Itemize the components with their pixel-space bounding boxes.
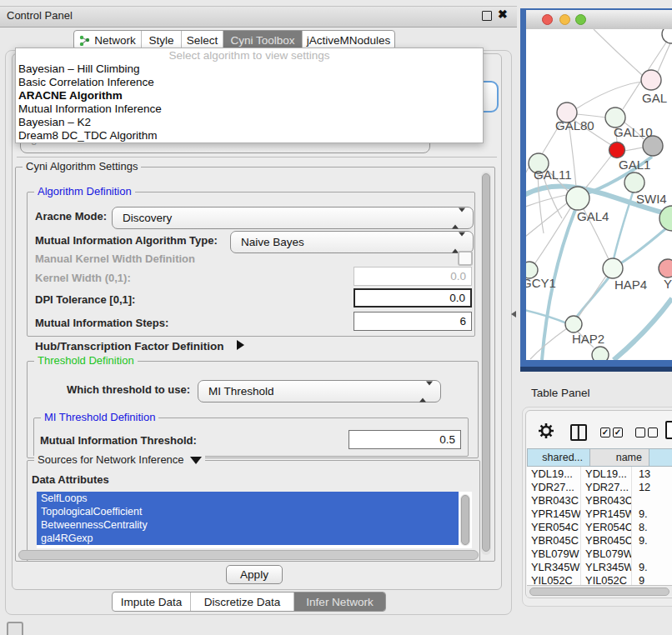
tab-network[interactable]: Network (74, 31, 142, 49)
network-node-label: GAL1 (619, 158, 650, 172)
expand-arrow-icon[interactable] (237, 340, 244, 350)
network-edge[interactable] (624, 148, 643, 151)
network-edge[interactable] (526, 202, 568, 240)
apply-button[interactable]: Apply (226, 565, 283, 584)
manual-kernel-width-checkbox[interactable] (458, 251, 473, 266)
table-row[interactable]: YPR145WYPR145W9. (527, 507, 672, 520)
network-node-gal4[interactable] (566, 187, 589, 210)
table-cell: YBR043C (581, 493, 632, 507)
which-threshold-label: Which threshold to use: (67, 383, 190, 396)
select-all-checkbox-icon[interactable]: ✓ (600, 428, 610, 438)
column-header[interactable]: shared... (527, 448, 590, 467)
network-canvas[interactable]: GALGAL80GAL10GAL1GAL11SWI4GAL4GCY1HAP4YH… (526, 29, 672, 360)
splitter-collapse-icon[interactable] (511, 311, 516, 318)
network-node-hap4[interactable] (603, 258, 623, 278)
list-vertical-scrollbar[interactable] (460, 494, 470, 546)
attribute-item[interactable]: BetweennessCentrality (37, 518, 459, 532)
hub-definition-label[interactable]: Hub/Transcription Factor Definition (35, 340, 224, 352)
network-edge[interactable] (616, 228, 666, 266)
tab-impute-data[interactable]: Impute Data (113, 592, 191, 611)
network-node[interactable] (662, 29, 672, 43)
close-icon[interactable]: ✖ (498, 8, 508, 21)
close-window-icon[interactable] (542, 14, 553, 25)
attribute-item[interactable]: gal4RGexp (37, 532, 459, 545)
network-node-label: HAP2 (572, 332, 604, 346)
network-node[interactable] (592, 347, 609, 360)
network-node-label: Y (664, 277, 672, 291)
table-cell: YDL19... (581, 467, 632, 480)
select-all-checkbox-icon[interactable]: ✓ (613, 428, 623, 438)
aracne-mode-combobox[interactable]: Discovery (112, 207, 474, 229)
deselect-all-checkbox-icon[interactable] (648, 428, 658, 438)
table-cell: YBR043C (527, 493, 581, 507)
control-panel-titlebar (0, 6, 517, 28)
tab-cyni-toolbox[interactable]: Cyni Toolbox (223, 31, 303, 49)
column-header[interactable]: name (590, 448, 649, 467)
zoom-window-icon[interactable] (575, 14, 586, 25)
table-row[interactable]: YDR27...YDR27...12 (527, 480, 672, 493)
network-node-gal1[interactable] (609, 142, 625, 158)
network-window-titlebar[interactable] (526, 10, 672, 30)
aracne-mode-value: Discovery (123, 212, 172, 224)
table-cell: YIL052C (581, 573, 632, 585)
network-edge[interactable] (614, 298, 672, 360)
network-node-gal[interactable] (641, 70, 661, 90)
table-row[interactable]: YBR045CYBR045C9. (527, 533, 672, 547)
tab-label: jActiveMNodules (307, 34, 391, 47)
export-table-icon[interactable] (665, 421, 672, 439)
table-row[interactable]: YBR043CYBR043C (527, 493, 672, 507)
network-node-y[interactable] (659, 259, 672, 278)
attribute-item[interactable]: SelfLoops (37, 492, 459, 505)
dpi-tolerance-field[interactable]: 0.0 (354, 288, 472, 308)
sources-group-title[interactable]: Sources for Network Inference (34, 453, 205, 467)
deselect-all-checkbox-icon[interactable] (635, 428, 645, 438)
algorithm-option[interactable]: Bayesian – K2 (16, 116, 483, 129)
algorithm-option[interactable]: Basic Correlation Inference (16, 76, 483, 89)
settings-vertical-scrollbar[interactable] (481, 172, 491, 555)
column-view-icon[interactable] (570, 424, 587, 441)
table-cell: 9 (632, 573, 672, 585)
network-edge[interactable] (594, 29, 642, 75)
control-panel-title: Control Panel (7, 9, 73, 22)
attribute-item[interactable]: TopologicalCoefficient (37, 505, 459, 518)
network-edge[interactable] (576, 277, 609, 318)
network-node[interactable] (624, 172, 644, 192)
which-threshold-combobox[interactable]: MI Threshold (198, 380, 441, 402)
tab-jactivemnodules[interactable]: jActiveMNodules (303, 31, 394, 49)
float-window-icon[interactable] (482, 11, 492, 21)
table-row[interactable]: YLR345WYLR345W9. (527, 560, 672, 573)
tab-style[interactable]: Style (142, 31, 182, 49)
algorithm-option[interactable]: Mutual Information Inference (16, 102, 483, 116)
kernel-width-field[interactable]: 0.0 (354, 267, 472, 286)
tab-infer-network[interactable]: Infer Network (294, 592, 385, 611)
network-node-hap2[interactable] (565, 316, 582, 332)
minimize-window-icon[interactable] (559, 14, 570, 25)
minimized-panel-icon[interactable] (7, 622, 23, 635)
manual-kernel-width-label: Manual Kernel Width Definition (35, 252, 195, 265)
column-header[interactable]: A (649, 448, 672, 467)
mi-threshold-field[interactable]: 0.5 (349, 430, 461, 449)
algorithm-option[interactable]: Dream8 DC_TDC Algorithm (16, 129, 483, 142)
table-horizontal-scrollbar[interactable] (527, 585, 672, 597)
network-edge[interactable] (530, 328, 567, 359)
mi-algorithm-type-combobox[interactable]: Naive Bayes (230, 231, 474, 253)
table-row[interactable]: YDL19...YDL19...13 (527, 467, 672, 480)
network-edge[interactable] (577, 114, 606, 118)
network-edge[interactable] (658, 43, 670, 72)
table-row[interactable]: YER054CYER054C8. (527, 520, 672, 533)
table-cell: YBL079W (581, 547, 632, 560)
tab-select[interactable]: Select (182, 31, 223, 49)
table-row[interactable]: YIL052CYIL052C9 (527, 573, 672, 585)
network-edge[interactable] (579, 276, 606, 317)
table-settings-gear-icon[interactable] (538, 422, 554, 442)
network-node-swi4[interactable] (659, 206, 672, 231)
algorithm-option[interactable]: ARACNE Algorithm (16, 89, 483, 102)
settings-horizontal-scrollbar[interactable] (18, 550, 479, 560)
table-cell: 9. (632, 507, 672, 520)
mi-steps-field[interactable]: 6 (354, 312, 472, 331)
table-row[interactable]: YBL079WYBL079W (527, 547, 672, 560)
network-edge[interactable] (526, 195, 566, 208)
tab-discretize-data[interactable]: Discretize Data (191, 592, 294, 611)
algorithm-option[interactable]: Bayesian – Hill Climbing (16, 62, 483, 76)
cyni-group-title: Cyni Algorithm Settings (23, 160, 141, 173)
